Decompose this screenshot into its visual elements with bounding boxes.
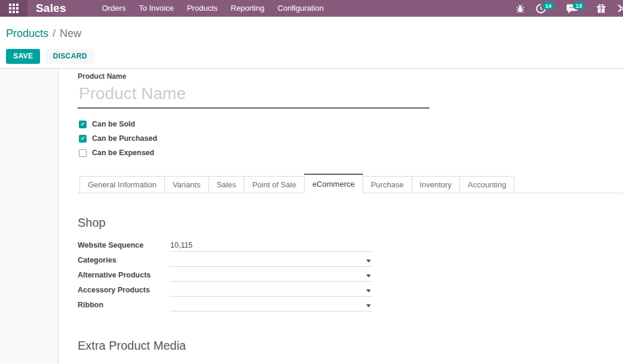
control-panel: Products/New SAVE DISCARD: [0, 17, 623, 68]
extra-media-section-title: Extra Product Media: [78, 339, 623, 353]
app-menu: Orders To Invoice Products Reporting Con…: [96, 0, 330, 17]
product-name-label: Product Name: [78, 72, 126, 81]
app-title[interactable]: Sales: [36, 2, 66, 15]
tab-point-of-sale[interactable]: Point of Sale: [244, 176, 305, 193]
field-row-website-sequence: Website Sequence 10,115: [78, 237, 623, 252]
menu-products[interactable]: Products: [180, 0, 224, 17]
website-sequence-label: Website Sequence: [78, 241, 170, 252]
bug-icon: [515, 4, 525, 14]
message-count-badge: 13: [573, 2, 585, 10]
product-flags: Can be Sold Can be Purchased Can be Expe…: [78, 117, 623, 160]
tools-icon: [616, 3, 623, 14]
discard-button[interactable]: DISCARD: [45, 49, 94, 64]
form-view: Product Name Can be Sold Can be Purchase…: [0, 68, 623, 363]
apps-grid-icon: [9, 4, 19, 13]
tab-general-information[interactable]: General Information: [79, 176, 165, 193]
chevron-down-icon[interactable]: [366, 289, 371, 292]
notebook-tabs: General Information Variants Sales Point…: [78, 174, 623, 193]
accessory-products-input[interactable]: [170, 286, 372, 297]
checkbox-row-can-be-sold: Can be Sold: [78, 117, 623, 131]
chevron-down-icon[interactable]: [366, 274, 371, 277]
can-be-sold-label: Can be Sold: [92, 120, 135, 128]
tab-page-ecommerce: Shop Website Sequence 10,115 Categories: [78, 216, 623, 364]
ribbon-label: Ribbon: [78, 301, 170, 311]
shop-fields: Website Sequence 10,115 Categories Alter…: [78, 237, 623, 311]
apps-menu-button[interactable]: [0, 0, 27, 17]
breadcrumb-separator: /: [53, 27, 56, 39]
field-row-ribbon: Ribbon: [78, 297, 623, 311]
can-be-purchased-label: Can be Purchased: [92, 134, 157, 143]
menu-reporting[interactable]: Reporting: [224, 0, 271, 17]
activity-count-badge: 14: [542, 2, 554, 10]
breadcrumb: Products/New: [6, 26, 623, 41]
alternative-products-input[interactable]: [170, 272, 372, 282]
can-be-expensed-checkbox[interactable]: [79, 149, 87, 157]
field-row-categories: Categories: [78, 252, 623, 267]
checkbox-row-can-be-purchased: Can be Purchased: [78, 131, 623, 146]
accessory-products-label: Accessory Products: [78, 286, 170, 297]
tab-purchase[interactable]: Purchase: [363, 176, 412, 193]
systray: 14 13: [515, 3, 623, 14]
checkbox-row-can-be-expensed: Can be Expensed: [78, 146, 623, 160]
debug-menu-button[interactable]: [515, 4, 525, 14]
can-be-purchased-checkbox[interactable]: [79, 135, 87, 143]
website-sequence-value: 10,115: [170, 241, 192, 249]
tab-variants[interactable]: Variants: [164, 176, 209, 193]
categories-input[interactable]: [170, 257, 372, 267]
activities-menu-button[interactable]: 14: [536, 4, 546, 14]
tab-sales[interactable]: Sales: [208, 176, 245, 193]
action-buttons: SAVE DISCARD: [6, 49, 623, 64]
gift-icon: [596, 4, 606, 14]
menu-orders[interactable]: Orders: [96, 0, 133, 17]
messages-menu-button[interactable]: 13: [566, 4, 578, 14]
sheet-margin: [0, 69, 58, 363]
support-tools-button[interactable]: [616, 3, 623, 14]
breadcrumb-products-link[interactable]: Products: [6, 27, 48, 39]
website-sequence-input[interactable]: 10,115: [170, 241, 372, 252]
form-sheet: Product Name Can be Sold Can be Purchase…: [58, 69, 623, 363]
tab-ecommerce[interactable]: eCommerce: [304, 174, 363, 193]
field-row-alternative-products: Alternative Products: [78, 267, 623, 282]
save-button[interactable]: SAVE: [6, 49, 40, 64]
tab-inventory[interactable]: Inventory: [412, 176, 460, 193]
product-name-input[interactable]: [78, 81, 429, 109]
can-be-expensed-label: Can be Expensed: [92, 149, 154, 157]
categories-label: Categories: [78, 256, 170, 267]
tab-accounting[interactable]: Accounting: [459, 176, 514, 193]
breadcrumb-current: New: [60, 27, 81, 39]
menu-to-invoice[interactable]: To Invoice: [132, 0, 180, 17]
top-navbar: Sales Orders To Invoice Products Reporti…: [0, 0, 623, 17]
menu-configuration[interactable]: Configuration: [271, 0, 330, 17]
rewards-button[interactable]: [596, 4, 606, 14]
alternative-products-label: Alternative Products: [78, 271, 170, 282]
can-be-sold-checkbox[interactable]: [79, 121, 87, 128]
field-row-accessory-products: Accessory Products: [78, 282, 623, 297]
ribbon-input[interactable]: [170, 301, 372, 311]
chevron-down-icon[interactable]: [366, 260, 371, 263]
shop-section-title: Shop: [78, 216, 623, 230]
chevron-down-icon[interactable]: [366, 304, 371, 307]
